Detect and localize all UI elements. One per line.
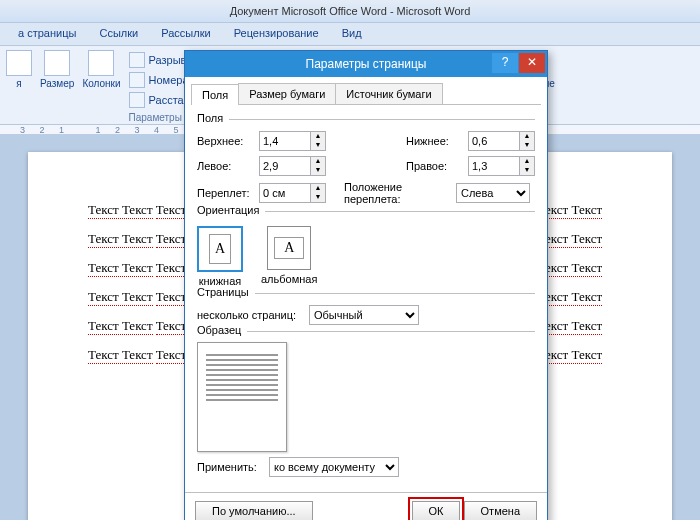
cancel-button[interactable]: Отмена	[464, 501, 537, 520]
right-margin-label: Правое:	[406, 160, 462, 172]
apply-to-select[interactable]: ко всему документу	[269, 457, 399, 477]
columns-button[interactable]: Колонки	[82, 50, 120, 89]
margins-button[interactable]: я	[6, 50, 32, 89]
landscape-button[interactable]: альбомная	[261, 226, 317, 287]
margins-group: Поля Верхнее: ▲▼ Нижнее: ▲▼ Левое: ▲▼ Пр…	[197, 119, 535, 205]
gutter-label: Переплет:	[197, 187, 253, 199]
left-margin-input[interactable]: ▲▼	[259, 156, 326, 176]
ribbon-tabs: а страницы Ссылки Рассылки Рецензировани…	[0, 23, 700, 46]
preview-group: Образец Применить: ко всему документу	[197, 331, 535, 477]
bottom-margin-input[interactable]: ▲▼	[468, 131, 535, 151]
close-button[interactable]: ✕	[519, 53, 545, 73]
gutter-input[interactable]: ▲▼	[259, 183, 326, 203]
tab-view[interactable]: Вид	[332, 23, 372, 43]
text-line: Текст Текст	[88, 289, 153, 306]
gutter-position-select[interactable]: Слева	[456, 183, 530, 203]
help-button[interactable]: ?	[492, 53, 518, 73]
portrait-button[interactable]: книжная	[197, 226, 243, 287]
top-margin-input[interactable]: ▲▼	[259, 131, 326, 151]
page-setup-dialog: Параметры страницы ? ✕ Поля Размер бумаг…	[184, 50, 548, 520]
tab-page-layout[interactable]: а страницы	[8, 23, 86, 43]
tab-links[interactable]: Ссылки	[89, 23, 148, 43]
dialog-title: Параметры страницы	[306, 57, 427, 71]
preview-image	[197, 342, 287, 452]
tab-mailings[interactable]: Рассылки	[151, 23, 220, 43]
apply-to-label: Применить:	[197, 461, 263, 473]
tab-review[interactable]: Рецензирование	[224, 23, 329, 43]
default-button[interactable]: По умолчанию...	[195, 501, 313, 520]
tab-margins[interactable]: Поля	[191, 84, 239, 105]
text-line: Текст Текст	[88, 347, 153, 364]
orientation-group: Ориентация книжная альбомная	[197, 211, 535, 287]
dialog-tabs: Поля Размер бумаги Источник бумаги	[191, 83, 541, 105]
text-line: Текст Текст	[88, 202, 153, 219]
text-line: Текст Текст	[88, 231, 153, 248]
multiple-pages-label: несколько страниц:	[197, 309, 303, 321]
gutter-position-label: Положение переплета:	[344, 181, 450, 205]
right-margin-input[interactable]: ▲▼	[468, 156, 535, 176]
bottom-margin-label: Нижнее:	[406, 135, 462, 147]
ok-button[interactable]: ОК	[412, 501, 461, 520]
pages-group: Страницы несколько страниц: Обычный	[197, 293, 535, 325]
multiple-pages-select[interactable]: Обычный	[309, 305, 419, 325]
text-line: Текст Текст	[88, 318, 153, 335]
dialog-titlebar[interactable]: Параметры страницы ? ✕	[185, 51, 547, 77]
top-margin-label: Верхнее:	[197, 135, 253, 147]
tab-paper-size[interactable]: Размер бумаги	[238, 83, 336, 104]
left-margin-label: Левое:	[197, 160, 253, 172]
size-button[interactable]: Размер	[40, 50, 74, 89]
text-line: Текст Текст	[88, 260, 153, 277]
tab-paper-source[interactable]: Источник бумаги	[335, 83, 442, 104]
app-titlebar: Документ Microsoft Office Word - Microso…	[0, 0, 700, 23]
